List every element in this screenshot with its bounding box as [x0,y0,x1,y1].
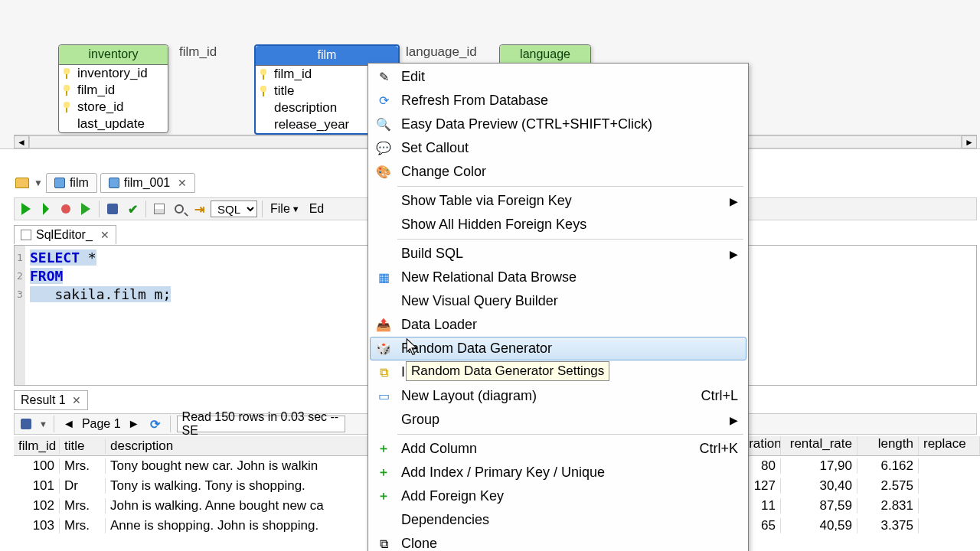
pencil-icon: ✎ [374,69,394,86]
dropdown-icon[interactable]: ▼ [39,419,47,429]
layout-icon: ▭ [374,388,394,405]
col-header[interactable]: film_id [14,439,60,454]
plus-icon: ＋ [374,441,394,458]
close-icon[interactable]: ✕ [178,177,187,189]
ctx-preview[interactable]: 🔍Easy Data Preview (CTRL+SHIFT+Click) [370,112,746,136]
run-script-button[interactable] [38,201,54,217]
column[interactable]: store_id [59,99,168,116]
ctx-show-fk[interactable]: Show Table via Foreign Key▶ [370,189,746,213]
callout-icon: 💬 [374,140,394,157]
generator-icon: 🎲 [374,341,394,357]
table-icon [54,178,65,188]
ctx-add-fk[interactable]: ＋Add Foreign Key [370,484,746,508]
tab-film[interactable]: film [46,173,97,193]
col-header[interactable]: description [106,439,381,454]
key-icon [64,68,74,79]
ctx-clone[interactable]: ⧉Clone [370,532,746,551]
editor-tab[interactable]: SqlEditor_ ✕ [14,225,116,244]
next-page-button[interactable]: ► [126,416,142,432]
loader-icon: 📤 [374,317,394,334]
column[interactable]: inventory_id [59,65,168,82]
table-row[interactable]: 6540,593.375 [720,516,980,536]
grid-header-right: l_duration rental_rate length replace [720,436,980,456]
relationship-label: film_id [179,44,217,60]
col-header[interactable]: replace [919,436,980,455]
table-row[interactable]: 1187,592.831 [720,496,980,516]
col-header[interactable]: length [858,436,919,455]
table-title: inventory [59,45,168,65]
context-menu: ✎Edit ⟳Refresh From Database 🔍Easy Data … [368,63,749,551]
column[interactable]: last_update [59,116,168,132]
disk-icon [21,419,31,429]
ctx-vqb[interactable]: New Visual Query Builder [370,289,746,313]
save-button[interactable] [104,201,121,217]
table-icon [109,178,119,188]
table-row[interactable]: 8017,906.162 [720,456,980,476]
ctx-color[interactable]: 🎨Change Color [370,160,746,184]
grid-button[interactable] [151,201,168,217]
scroll-left-icon[interactable]: ◄ [14,135,29,148]
ctx-show-all-fk[interactable]: Show All Hidden Foreign Keys [370,213,746,236]
key-icon [260,86,271,96]
column[interactable]: film_id [59,82,168,99]
ctx-refresh[interactable]: ⟳Refresh From Database [370,89,746,112]
prev-page-button[interactable]: ◄ [60,416,77,432]
table-inventory[interactable]: inventory inventory_id film_id store_id … [58,44,168,133]
result-tab[interactable]: Result 1 ✕ [14,390,88,410]
refresh-icon: ⟳ [374,93,394,109]
disk-icon [107,204,118,214]
file-tab-bar: ▼ film film_001 ✕ [14,173,195,193]
play-icon [43,203,49,215]
ctx-loader[interactable]: 📤Data Loader [370,313,746,337]
palette-icon: 🎨 [374,164,394,181]
explain-button[interactable] [77,201,94,217]
ctx-group[interactable]: Group▶ [370,408,746,432]
play-icon [21,203,31,215]
key-icon [64,85,74,96]
menu-file[interactable]: File▼ [267,202,303,216]
plus-icon: ＋ [374,488,394,505]
open-folder-button[interactable] [14,174,31,191]
close-icon[interactable]: ✕ [100,229,109,241]
code-area[interactable]: SELECT * FROM sakila.film m; [25,246,175,385]
ctx-layout[interactable]: ▭New Layout (diagram)Ctrl+L [370,384,746,408]
find-button[interactable] [171,201,188,217]
line-gutter: 123 [15,246,25,385]
commit-button[interactable]: ✔ [124,201,141,217]
language-select[interactable]: SQL [211,201,257,217]
tooltip: Random Data Generator Settings [406,361,609,381]
page-indicator: Page 1 [82,417,121,431]
save-result-button[interactable] [18,416,34,432]
ctx-random-data-generator[interactable]: 🎲Random Data Generator [370,337,746,360]
ctx-callout[interactable]: 💬Set Callout [370,136,746,160]
ctx-edit[interactable]: ✎Edit [370,65,746,89]
copy-icon: ⧉ [374,364,394,381]
ctx-build-sql[interactable]: Build SQL▶ [370,242,746,266]
refresh-button[interactable]: ⟳ [147,416,164,432]
stop-icon [61,204,70,214]
col-header[interactable]: title [60,439,106,454]
ctx-dependencies[interactable]: Dependencies [370,508,746,532]
table-row[interactable]: 12730,402.575 [720,476,980,496]
submenu-icon: ▶ [730,248,738,260]
scroll-right-icon[interactable]: ► [962,135,977,148]
col-header[interactable]: rental_rate [781,436,858,455]
ctx-rel-browse[interactable]: ▦New Relational Data Browse [370,266,746,289]
menu-edit[interactable]: Ed [306,202,328,216]
stop-button[interactable] [57,201,74,217]
tab-film-001[interactable]: film_001 ✕ [100,173,195,193]
clone-icon: ⧉ [374,536,394,552]
folder-icon [15,178,29,188]
plus-icon: ＋ [374,465,394,481]
play-icon [81,203,90,215]
submenu-icon: ▶ [730,414,738,426]
run-button[interactable] [18,201,34,217]
close-icon[interactable]: ✕ [72,394,81,406]
ctx-add-column[interactable]: ＋Add ColumnCtrl+K [370,437,746,461]
search-icon [175,204,184,214]
submenu-icon: ▶ [730,195,738,207]
dropdown-icon[interactable]: ▼ [34,178,43,188]
preview-icon: 🔍 [374,116,394,133]
ctx-add-index[interactable]: ＋Add Index / Primary Key / Unique [370,461,746,484]
export-button[interactable]: ⇥ [191,201,207,217]
